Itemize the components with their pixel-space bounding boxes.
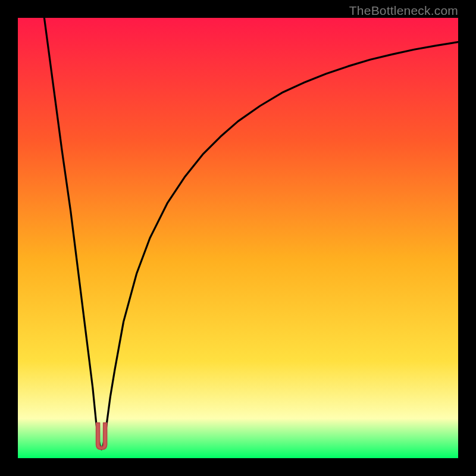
plot-frame	[18, 18, 458, 458]
gradient-background	[18, 18, 458, 458]
bottleneck-chart	[18, 18, 458, 458]
watermark-text: TheBottleneck.com	[349, 4, 458, 18]
